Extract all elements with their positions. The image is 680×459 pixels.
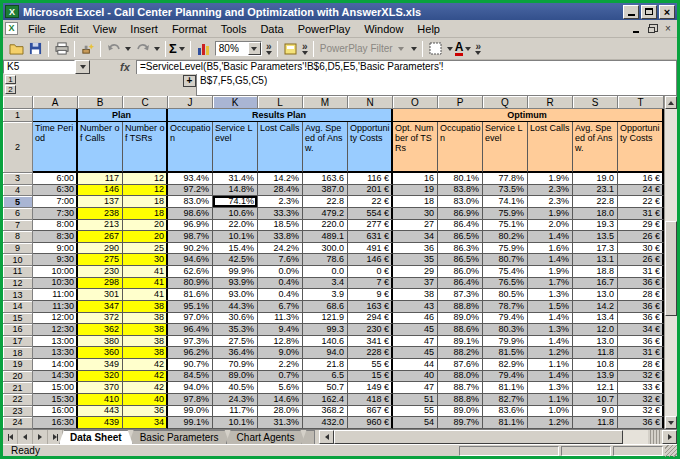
cell-T6[interactable]: 31 € [618,208,664,220]
menu-insert[interactable]: Insert [123,22,165,36]
cell-P10[interactable]: 86.5% [438,254,483,266]
cell-S13[interactable]: 13.0 [573,289,618,301]
cell-R8[interactable]: 1.4% [528,231,573,243]
row-header-20[interactable]: 20 [3,371,33,383]
row-header-4[interactable]: 4 [3,185,33,197]
cell-N8[interactable]: 631 € [348,231,393,243]
cell-P20[interactable]: 88.0% [438,371,483,383]
cell-J8[interactable]: 98.7% [168,231,213,243]
cell-A17[interactable]: 13:00 [33,336,78,348]
cell-C24[interactable]: 34 [123,417,168,429]
cell-O12[interactable]: 37 [393,278,438,290]
cell-Q11[interactable]: 75.4% [483,266,528,278]
cell-M15[interactable]: 121.9 [303,313,348,325]
column-header-Q[interactable]: Q [483,96,528,109]
cell-T13[interactable]: 28 € [618,289,664,301]
cell-B15[interactable]: 372 [78,313,123,325]
cell-C3[interactable]: 12 [123,173,168,185]
cell-O13[interactable]: 38 [393,289,438,301]
cell-A24[interactable]: 16:30 [33,417,78,429]
select-all-corner[interactable] [3,96,33,109]
powerplay-filter-overflow-arrow[interactable] [411,47,417,51]
row-header-5[interactable]: 5 [3,196,33,208]
cell-K9[interactable]: 15.4% [213,243,258,255]
cell-O19[interactable]: 44 [393,359,438,371]
cell-B12[interactable]: 298 [78,278,123,290]
format-overflow-icon[interactable]: » [473,43,483,55]
cell-K21[interactable]: 40.5% [213,382,258,394]
cell-R9[interactable]: 1.6% [528,243,573,255]
cell-B8[interactable]: 267 [78,231,123,243]
cell-A10[interactable]: 9:30 [33,254,78,266]
cell-J18[interactable]: 96.2% [168,347,213,359]
cell-T24[interactable]: 36 € [618,417,664,429]
cell-L14[interactable]: 6.7% [258,301,303,313]
cell-J9[interactable]: 90.2% [168,243,213,255]
cell-R14[interactable]: 1.5% [528,301,573,313]
cell-O6[interactable]: 30 [393,208,438,220]
cell-R12[interactable]: 1.7% [528,278,573,290]
cell-Q21[interactable]: 81.1% [483,382,528,394]
autosum-button[interactable]: Σ [169,41,177,56]
cell-L16[interactable]: 9.4% [258,324,303,336]
cell-T18[interactable]: 31 € [618,347,664,359]
cell-N11[interactable]: 0 € [348,266,393,278]
cell-T8[interactable]: 26 € [618,231,664,243]
cell-T19[interactable]: 28 € [618,359,664,371]
vertical-scrollbar[interactable] [664,96,677,429]
cell-R7[interactable]: 2.0% [528,220,573,232]
cell-B22[interactable]: 410 [78,394,123,406]
cell-J22[interactable]: 97.8% [168,394,213,406]
cell-N24[interactable]: 960 € [348,417,393,429]
row-header-16[interactable]: 16 [3,324,33,336]
cell-M23[interactable]: 368.2 [303,406,348,418]
cell-O17[interactable]: 47 [393,336,438,348]
cell-B6[interactable]: 238 [78,208,123,220]
cell-R13[interactable]: 1.3% [528,289,573,301]
cell-T5[interactable]: 22 € [618,196,664,208]
cell-O5[interactable]: 18 [393,196,438,208]
cell-S16[interactable]: 12.0 [573,324,618,336]
column-header-J[interactable]: J [168,96,213,109]
close-button[interactable]: × [659,5,675,19]
resize-grip[interactable] [665,445,677,457]
cell-S19[interactable]: 10.8 [573,359,618,371]
cell-L13[interactable]: 0.4% [258,289,303,301]
powerplay-filter-dropdown[interactable]: PowerPlay Filter [317,43,409,54]
cell-Q24[interactable]: 81.1% [483,417,528,429]
cell-O8[interactable]: 34 [393,231,438,243]
row-header-3[interactable]: 3 [3,173,33,185]
cell-J23[interactable]: 99.0% [168,406,213,418]
cell-A20[interactable]: 14:30 [33,371,78,383]
cell-K10[interactable]: 42.5% [213,254,258,266]
cell-B21[interactable]: 370 [78,382,123,394]
cell-K24[interactable]: 10.1% [213,417,258,429]
field-label-T[interactable]: Opportunity Costs [618,122,664,173]
cell-P12[interactable]: 86.4% [438,278,483,290]
cell-P21[interactable]: 88.7% [438,382,483,394]
horizontal-scrollbar[interactable] [334,430,648,444]
cell-B9[interactable]: 290 [78,243,123,255]
cell-P8[interactable]: 86.5% [438,231,483,243]
zoom-value[interactable]: 80% [216,43,248,54]
cell-M10[interactable]: 78.6 [303,254,348,266]
cell-N12[interactable]: 7 € [348,278,393,290]
cell-C16[interactable]: 38 [123,324,168,336]
cell-J6[interactable]: 98.6% [168,208,213,220]
field-label-S[interactable]: Avg. Speed of Answ. [573,122,618,173]
cell-N23[interactable]: 867 € [348,406,393,418]
cell-Q16[interactable]: 80.3% [483,324,528,336]
cell-B13[interactable]: 301 [78,289,123,301]
cell-C12[interactable]: 41 [123,278,168,290]
cell-B16[interactable]: 362 [78,324,123,336]
cell-K6[interactable]: 10.6% [213,208,258,220]
cell-O4[interactable]: 19 [393,185,438,197]
cell-Q18[interactable]: 81.5% [483,347,528,359]
horizontal-scroll-thumb[interactable] [334,430,622,444]
cell-A12[interactable]: 10:30 [33,278,78,290]
cell-A15[interactable]: 12:00 [33,313,78,325]
cell-P15[interactable]: 89.0% [438,313,483,325]
cell-L8[interactable]: 33.8% [258,231,303,243]
cell-P11[interactable]: 86.0% [438,266,483,278]
cell-Q12[interactable]: 76.5% [483,278,528,290]
